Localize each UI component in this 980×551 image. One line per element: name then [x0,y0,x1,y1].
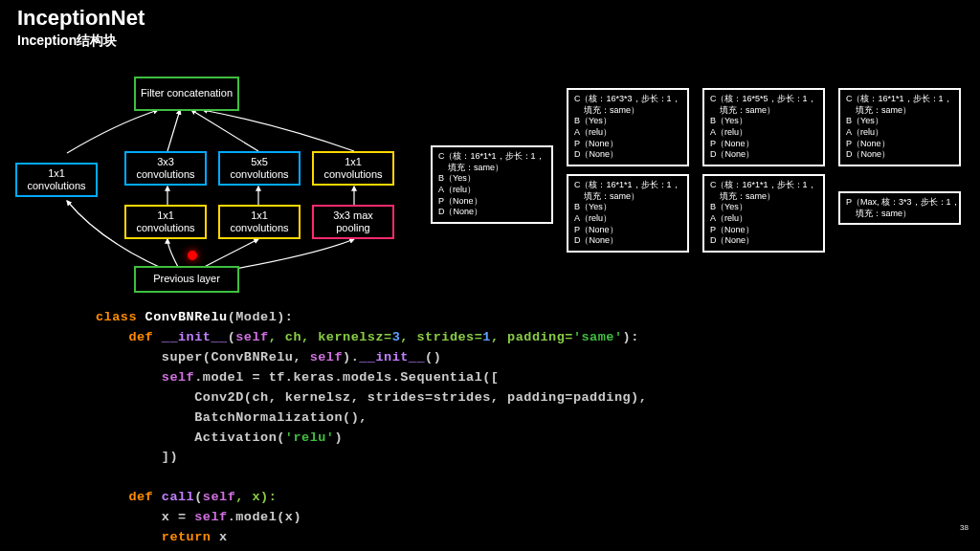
code-str: 'same' [573,330,623,344]
code-fn: call [162,490,194,504]
code-t: x [219,530,228,544]
code-t: Activation( [96,430,285,445]
code-classname: ConvBNRelu [145,310,228,324]
info-top-0: C（核：16*3*3，步长：1， 填充：same） B（Yes） A（relu）… [567,88,689,166]
code-self: self [235,330,268,344]
code-t: , strides= [400,330,482,344]
box-conv1x1-a: 1x1 convolutions [124,205,207,239]
code-t: , x): [235,490,277,504]
code-kw: class [96,310,145,324]
info-bot-2: P（Max, 核：3*3，步长：1， 填充：same） [838,191,961,225]
box-conv5x5: 5x5 convolutions [218,151,301,186]
code-str: 'relu' [285,430,335,445]
info-top-1: C（核：16*5*5，步长：1， 填充：same） B（Yes） A（relu）… [702,88,825,166]
box-conv3x3: 3x3 convolutions [124,151,207,186]
code-self: self [203,490,235,504]
code-t: BatchNormalization(), [96,410,368,425]
info-left: C（核：16*1*1，步长：1， 填充：same） B（Yes） A（relu）… [431,145,553,224]
code-block: class ConvBNRelu(Model): def __init__(se… [96,308,647,548]
code-t: .model = tf.keras.models.Sequential([ [194,370,499,385]
code-t [96,370,162,385]
code-t: ( [228,330,236,344]
code-self: self [194,510,227,524]
code-kw: def [96,330,162,344]
code-t: , padding= [491,330,573,344]
code-t: , ch, kernelsz= [269,330,392,344]
page-subtitle: Inception结构块 [17,33,117,50]
code-t: ]) [96,450,178,464]
code-t: ( [194,490,203,504]
code-self: self [310,350,343,364]
code-t: super(ConvBNRelu, [96,350,310,364]
code-t: () [425,350,441,364]
info-top-2: C（核：16*1*1，步长：1， 填充：same） B（Yes） A（relu）… [838,88,961,166]
code-num: 3 [392,330,401,344]
code-fn: __init__ [162,330,228,344]
code-t: .model(x) [228,510,301,524]
code-t: (Model): [228,310,294,324]
code-t: x = [96,510,194,524]
code-t: ): [623,330,639,344]
box-prev-layer: Previous layer [134,266,239,293]
code-kw: def [96,490,162,504]
code-t: ). [343,350,359,364]
code-t: ) [334,430,343,445]
box-conv1x1-left: 1x1 convolutions [15,163,98,197]
box-conv1x1-b: 1x1 convolutions [218,205,301,239]
box-conv1x1-top: 1x1 convolutions [312,151,394,186]
page-number: 38 [960,523,969,532]
code-fn: __init__ [359,350,425,364]
code-self: self [162,370,194,385]
box-filter-concat: Filter concatenation [134,77,239,111]
code-kw: return [96,530,219,544]
laser-pointer-icon [188,251,197,260]
box-maxpool: 3x3 max pooling [312,205,394,239]
page-title: InceptionNet [17,6,145,31]
code-num: 1 [482,330,491,344]
code-t: Conv2D(ch, kernelsz, strides=strides, pa… [96,390,647,405]
info-bot-0: C（核：16*1*1，步长：1， 填充：same） B（Yes） A（relu）… [567,174,689,253]
info-bot-1: C（核：16*1*1，步长：1， 填充：same） B（Yes） A（relu）… [702,174,825,253]
